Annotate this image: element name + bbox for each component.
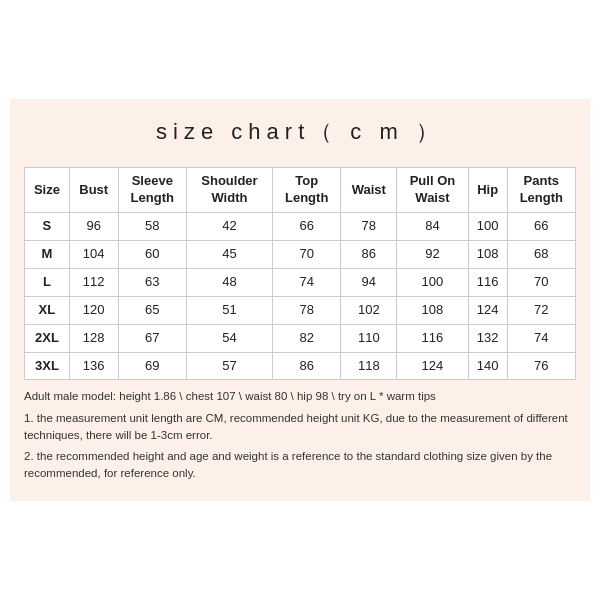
table-cell: 120 bbox=[69, 296, 118, 324]
table-cell: S bbox=[25, 213, 70, 241]
table-body: S96584266788410066M104604570869210868L11… bbox=[25, 213, 576, 380]
table-cell: 86 bbox=[272, 352, 340, 380]
table-cell: 51 bbox=[186, 296, 272, 324]
table-row: L1126348749410011670 bbox=[25, 268, 576, 296]
table-cell: 108 bbox=[468, 240, 507, 268]
tip1: 1. the measurement unit length are CM, r… bbox=[24, 410, 576, 445]
col-header: Waist bbox=[341, 168, 397, 213]
table-row: S96584266788410066 bbox=[25, 213, 576, 241]
col-header: Top Length bbox=[272, 168, 340, 213]
table-cell: M bbox=[25, 240, 70, 268]
table-cell: XL bbox=[25, 296, 70, 324]
col-header: Pull On Waist bbox=[397, 168, 468, 213]
table-cell: 42 bbox=[186, 213, 272, 241]
table-header-row: SizeBustSleeve LengthShoulder WidthTop L… bbox=[25, 168, 576, 213]
table-cell: 76 bbox=[507, 352, 575, 380]
table-cell: 82 bbox=[272, 324, 340, 352]
size-chart-container: size chart（ c m ） SizeBustSleeve LengthS… bbox=[10, 99, 590, 500]
table-cell: 74 bbox=[507, 324, 575, 352]
table-cell: 116 bbox=[397, 324, 468, 352]
table-cell: 100 bbox=[397, 268, 468, 296]
col-header: Size bbox=[25, 168, 70, 213]
table-cell: 66 bbox=[507, 213, 575, 241]
chart-title: size chart（ c m ） bbox=[24, 117, 576, 153]
table-cell: 63 bbox=[118, 268, 186, 296]
table-cell: 104 bbox=[69, 240, 118, 268]
table-cell: L bbox=[25, 268, 70, 296]
table-cell: 58 bbox=[118, 213, 186, 241]
table-cell: 84 bbox=[397, 213, 468, 241]
table-row: XL12065517810210812472 bbox=[25, 296, 576, 324]
table-cell: 112 bbox=[69, 268, 118, 296]
table-cell: 132 bbox=[468, 324, 507, 352]
table-cell: 118 bbox=[341, 352, 397, 380]
table-cell: 54 bbox=[186, 324, 272, 352]
model-info: Adult male model: height 1.86 \ chest 10… bbox=[24, 388, 576, 405]
table-cell: 96 bbox=[69, 213, 118, 241]
table-cell: 116 bbox=[468, 268, 507, 296]
table-cell: 2XL bbox=[25, 324, 70, 352]
table-cell: 70 bbox=[507, 268, 575, 296]
table-cell: 3XL bbox=[25, 352, 70, 380]
table-cell: 92 bbox=[397, 240, 468, 268]
col-header: Sleeve Length bbox=[118, 168, 186, 213]
table-cell: 68 bbox=[507, 240, 575, 268]
table-row: 3XL13669578611812414076 bbox=[25, 352, 576, 380]
table-cell: 136 bbox=[69, 352, 118, 380]
table-cell: 108 bbox=[397, 296, 468, 324]
table-row: M104604570869210868 bbox=[25, 240, 576, 268]
table-cell: 86 bbox=[341, 240, 397, 268]
tip2: 2. the recommended height and age and we… bbox=[24, 448, 576, 483]
table-cell: 74 bbox=[272, 268, 340, 296]
table-cell: 65 bbox=[118, 296, 186, 324]
table-cell: 69 bbox=[118, 352, 186, 380]
table-cell: 124 bbox=[397, 352, 468, 380]
table-cell: 48 bbox=[186, 268, 272, 296]
col-header: Pants Length bbox=[507, 168, 575, 213]
table-cell: 128 bbox=[69, 324, 118, 352]
table-row: 2XL12867548211011613274 bbox=[25, 324, 576, 352]
table-cell: 124 bbox=[468, 296, 507, 324]
table-cell: 72 bbox=[507, 296, 575, 324]
table-cell: 60 bbox=[118, 240, 186, 268]
col-header: Bust bbox=[69, 168, 118, 213]
col-header: Hip bbox=[468, 168, 507, 213]
table-cell: 78 bbox=[341, 213, 397, 241]
table-cell: 102 bbox=[341, 296, 397, 324]
table-cell: 57 bbox=[186, 352, 272, 380]
table-cell: 78 bbox=[272, 296, 340, 324]
table-cell: 67 bbox=[118, 324, 186, 352]
table-cell: 140 bbox=[468, 352, 507, 380]
notes-section: Adult male model: height 1.86 \ chest 10… bbox=[24, 388, 576, 482]
col-header: Shoulder Width bbox=[186, 168, 272, 213]
table-cell: 100 bbox=[468, 213, 507, 241]
size-table: SizeBustSleeve LengthShoulder WidthTop L… bbox=[24, 167, 576, 380]
table-cell: 45 bbox=[186, 240, 272, 268]
table-cell: 70 bbox=[272, 240, 340, 268]
table-cell: 110 bbox=[341, 324, 397, 352]
table-cell: 94 bbox=[341, 268, 397, 296]
table-cell: 66 bbox=[272, 213, 340, 241]
